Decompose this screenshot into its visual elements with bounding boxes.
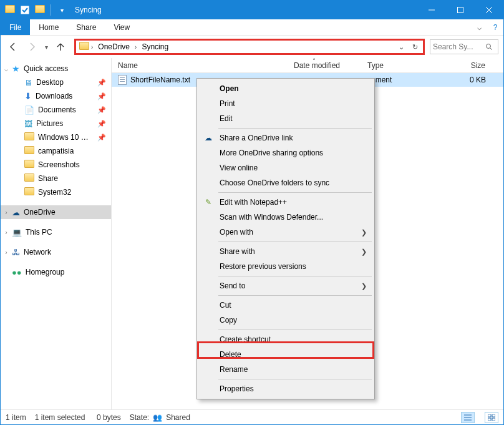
- menu-choose-onedrive-folders[interactable]: Choose OneDrive folders to sync: [198, 175, 373, 190]
- back-button[interactable]: [4, 38, 22, 56]
- nav-label: Documents: [38, 105, 76, 114]
- address-folder-icon: [79, 41, 90, 52]
- onedrive-icon: ☁: [12, 208, 20, 217]
- status-selected: 1 item selected: [35, 413, 85, 422]
- nav-label: Screenshots: [38, 160, 80, 169]
- up-button[interactable]: [52, 38, 69, 56]
- textfile-icon: [118, 75, 127, 85]
- nav-desktop[interactable]: 🖥Desktop📌: [1, 76, 111, 89]
- address-bar[interactable]: › OneDrive › Syncing ⌄ ↻: [74, 39, 425, 55]
- chevron-right-icon[interactable]: ›: [133, 44, 138, 51]
- qat-newfolder-icon[interactable]: [33, 3, 47, 17]
- recent-locations-button[interactable]: ▾: [42, 38, 51, 56]
- nav-network[interactable]: ›🖧Network: [1, 245, 111, 259]
- window-title: Syncing: [71, 6, 417, 14]
- menu-separator: [218, 276, 372, 276]
- menu-restore-previous[interactable]: Restore previous versions: [198, 259, 373, 274]
- menu-separator: [218, 295, 372, 296]
- title-bar[interactable]: ▾ Syncing: [1, 1, 503, 19]
- menu-separator: [218, 192, 372, 193]
- nav-folder[interactable]: campatisia: [1, 144, 111, 158]
- nav-folder[interactable]: Windows 10 PC Tips📌: [1, 130, 111, 144]
- tab-view[interactable]: View: [105, 19, 138, 35]
- pin-icon: 📌: [97, 92, 106, 100]
- pin-icon: 📌: [97, 106, 106, 114]
- status-state-label: State:: [130, 413, 149, 422]
- menu-share-with[interactable]: Share with❯: [198, 244, 373, 259]
- menu-delete[interactable]: Delete: [198, 347, 373, 362]
- menu-separator: [218, 242, 372, 242]
- sort-indicator-icon: ˄: [313, 57, 316, 64]
- star-icon: ★: [12, 64, 20, 74]
- breadcrumb-onedrive[interactable]: OneDrive: [94, 41, 133, 53]
- col-modified[interactable]: Date modified: [288, 58, 361, 72]
- status-count: 1 item: [6, 413, 26, 422]
- help-icon[interactable]: ?: [487, 19, 503, 35]
- tab-share[interactable]: Share: [67, 19, 105, 35]
- refresh-button[interactable]: ↻: [408, 40, 422, 54]
- nav-quick-access[interactable]: ⌵★Quick access: [1, 62, 111, 76]
- nav-thispc[interactable]: ›💻This PC: [1, 225, 111, 239]
- folder-icon: [24, 146, 34, 156]
- menu-open-with[interactable]: Open with❯: [198, 225, 373, 240]
- nav-downloads[interactable]: ⬇Downloads📌: [1, 89, 111, 103]
- ribbon-expand-icon[interactable]: ⌵: [471, 19, 487, 35]
- view-details-button[interactable]: [461, 412, 475, 423]
- search-input[interactable]: Search Sy...: [430, 39, 498, 54]
- menu-share-onedrive-link[interactable]: ☁Share a OneDrive link: [198, 130, 373, 145]
- pictures-icon: 🖼: [24, 119, 32, 129]
- nav-folder[interactable]: Share: [1, 172, 111, 185]
- column-headers[interactable]: Name ˄ Date modified Type Size: [112, 58, 503, 73]
- menu-properties[interactable]: Properties: [198, 381, 373, 396]
- nav-folder[interactable]: Screenshots: [1, 158, 111, 172]
- breadcrumb-syncing[interactable]: Syncing: [138, 41, 172, 53]
- menu-more-onedrive[interactable]: More OneDrive sharing options: [198, 145, 373, 160]
- chevron-right-icon[interactable]: ›: [90, 44, 94, 51]
- menu-print[interactable]: Print: [198, 96, 373, 111]
- menu-view-online[interactable]: View online: [198, 160, 373, 175]
- forward-button[interactable]: [23, 38, 41, 56]
- menu-scan-defender[interactable]: Scan with Windows Defender...: [198, 210, 373, 225]
- menu-edit-notepadpp[interactable]: ✎Edit with Notepad++: [198, 195, 373, 210]
- menu-send-to[interactable]: Send to❯: [198, 278, 373, 293]
- view-largeicons-button[interactable]: [485, 412, 498, 423]
- qat-folder-icon[interactable]: [3, 3, 17, 17]
- nav-label: Quick access: [24, 64, 68, 73]
- col-name[interactable]: Name: [112, 58, 288, 72]
- svg-line-7: [490, 48, 492, 50]
- svg-point-6: [487, 44, 491, 49]
- menu-open[interactable]: Open: [198, 81, 373, 96]
- qat-customize-icon[interactable]: ▾: [55, 3, 69, 17]
- nav-label: OneDrive: [24, 208, 56, 217]
- nav-homegroup[interactable]: ●●Homegroup: [1, 265, 111, 279]
- nav-onedrive[interactable]: ›☁OneDrive: [1, 205, 111, 219]
- pin-icon: 📌: [97, 120, 106, 128]
- search-placeholder: Search Sy...: [433, 42, 485, 51]
- context-menu[interactable]: Open Print Edit ☁Share a OneDrive link M…: [196, 78, 375, 399]
- qat-properties-icon[interactable]: [18, 3, 32, 17]
- pin-icon: 📌: [97, 134, 106, 142]
- search-icon[interactable]: [485, 43, 495, 51]
- minimize-button[interactable]: [417, 1, 446, 19]
- menu-rename[interactable]: Rename: [198, 362, 373, 377]
- homegroup-icon: ●●: [12, 268, 22, 277]
- navigation-pane[interactable]: ⌵★Quick access 🖥Desktop📌 ⬇Downloads📌 📄Do…: [1, 58, 112, 409]
- menu-cut[interactable]: Cut: [198, 298, 373, 313]
- nav-label: Pictures: [36, 119, 63, 128]
- svg-rect-13: [488, 418, 491, 421]
- tab-file[interactable]: File: [1, 19, 30, 35]
- col-type[interactable]: Type: [361, 58, 435, 72]
- nav-folder[interactable]: System32: [1, 185, 111, 199]
- maximize-button[interactable]: [446, 1, 475, 19]
- submenu-arrow-icon: ❯: [361, 248, 367, 256]
- menu-copy[interactable]: Copy: [198, 313, 373, 328]
- nav-label: Network: [24, 248, 51, 256]
- nav-pictures[interactable]: 🖼Pictures📌: [1, 117, 111, 130]
- col-size[interactable]: Size: [435, 58, 503, 72]
- address-dropdown-icon[interactable]: ⌄: [394, 40, 408, 54]
- menu-edit[interactable]: Edit: [198, 111, 373, 126]
- tab-home[interactable]: Home: [30, 19, 67, 35]
- close-button[interactable]: [475, 1, 503, 19]
- menu-create-shortcut[interactable]: Create shortcut: [198, 332, 373, 347]
- nav-documents[interactable]: 📄Documents📌: [1, 103, 111, 117]
